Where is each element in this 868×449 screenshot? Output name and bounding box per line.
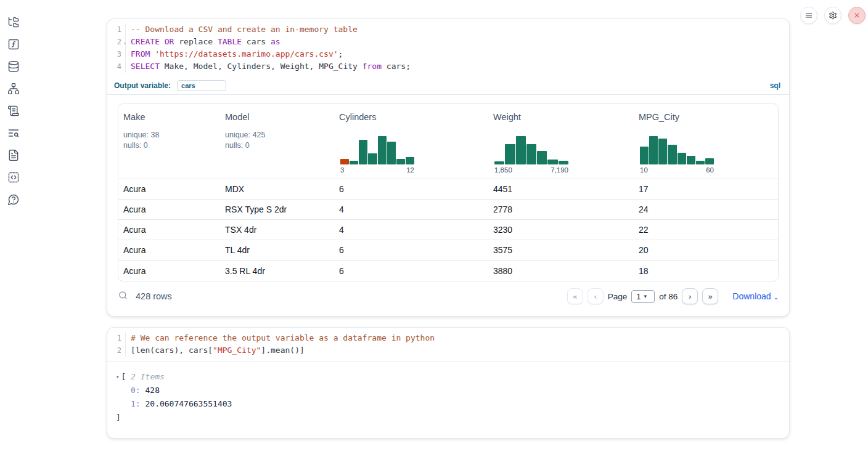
column-header-make[interactable]: Makeunique: 38nulls: 0 <box>118 104 220 179</box>
tree-collapse-icon[interactable]: ▾ <box>116 370 119 384</box>
column-name: Model <box>225 112 329 122</box>
line-number: 4 <box>107 60 126 73</box>
snippets-icon[interactable] <box>2 166 25 188</box>
histogram-bar <box>516 136 526 164</box>
column-histogram[interactable]: 312 <box>340 136 414 174</box>
histogram-bar <box>640 147 649 164</box>
table-cell: MDX <box>220 184 334 194</box>
histogram-bar <box>359 140 367 164</box>
histogram-bar <box>547 160 557 164</box>
download-button[interactable]: Download ⌄ <box>732 291 779 301</box>
page-select-value: 1 <box>636 292 641 301</box>
column-stats: unique: 38nulls: 0 <box>123 130 215 151</box>
tree-line: 1: 20.060747663551403 <box>116 397 789 411</box>
histogram-bar <box>396 159 405 164</box>
histogram-bar <box>668 145 676 164</box>
first-page-button[interactable]: « <box>567 288 583 304</box>
python-code-editor[interactable]: 1# We can reference the output variable … <box>107 328 789 362</box>
next-page-button[interactable]: › <box>682 288 698 304</box>
code-line[interactable]: 4SELECT Make, Model, Cylinders, Weight, … <box>107 60 789 73</box>
menu-button[interactable] <box>800 7 817 24</box>
line-number: 1 <box>107 332 126 344</box>
output-variable-input[interactable] <box>177 80 226 91</box>
code-text: [len(cars), cars["MPG_City"].mean()] <box>126 344 305 357</box>
language-badge[interactable]: sql <box>770 81 780 90</box>
column-header-model[interactable]: Modelunique: 425nulls: 0 <box>220 104 334 179</box>
output-variable-label: Output variable: <box>114 81 171 90</box>
column-header-mpg_city[interactable]: MPG_City1060 <box>634 104 778 179</box>
scratchpad-icon[interactable] <box>2 100 25 122</box>
logs-icon[interactable] <box>2 122 25 144</box>
column-header-cylinders[interactable]: Cylinders312 <box>334 104 488 179</box>
functions-icon[interactable] <box>2 33 25 55</box>
table-cell: 18 <box>634 266 778 276</box>
python-output-tree: ▾[ 2 Items0: 4281: 20.060747663551403] <box>107 362 789 424</box>
table-row[interactable]: AcuraTSX 4dr4323022 <box>118 220 778 240</box>
code-text: CREATE OR replace TABLE cars as <box>126 36 280 48</box>
table-row[interactable]: AcuraMDX6445117 <box>118 179 778 200</box>
histogram-max-label: 60 <box>706 166 714 174</box>
column-header-weight[interactable]: Weight1,8507,190 <box>488 104 634 179</box>
code-line[interactable]: 1# We can reference the output variable … <box>107 332 789 344</box>
table-cell: Acura <box>118 245 220 255</box>
sql-cell: 1-- Download a CSV and create an in-memo… <box>107 18 790 317</box>
code-line[interactable]: 1-- Download a CSV and create an in-memo… <box>107 23 789 36</box>
table-cell: Acura <box>118 225 220 235</box>
dependency-graph-icon[interactable] <box>2 78 25 100</box>
page-total: of 86 <box>659 292 678 301</box>
data-sources-icon[interactable] <box>2 55 25 78</box>
chevron-down-icon: ▾ <box>644 293 647 299</box>
sql-code-editor[interactable]: 1-- Download a CSV and create an in-memo… <box>107 19 789 76</box>
histogram-min-label: 1,850 <box>494 166 512 174</box>
column-name: MPG_City <box>639 112 773 122</box>
table-body: AcuraMDX6445117AcuraRSX Type S 2dr427782… <box>118 179 778 281</box>
column-stats: unique: 425nulls: 0 <box>225 130 329 151</box>
code-text: SELECT Make, Model, Cylinders, Weight, M… <box>126 60 411 73</box>
table-row[interactable]: Acura3.5 RL 4dr6388018 <box>118 261 778 281</box>
download-label: Download <box>732 291 771 301</box>
table-cell: 3880 <box>488 266 634 276</box>
shutdown-button[interactable] <box>848 7 866 24</box>
table-cell: RSX Type S 2dr <box>220 204 334 214</box>
tree-line: ] <box>116 411 789 424</box>
line-number: 2 <box>107 344 126 357</box>
code-text: FROM 'https://datasets.marimo.app/cars.c… <box>126 48 343 60</box>
code-line[interactable]: 2▾CREATE OR replace TABLE cars as <box>107 36 789 48</box>
search-icon[interactable] <box>118 290 128 303</box>
table-cell: TSX 4dr <box>220 225 334 235</box>
table-row[interactable]: AcuraTL 4dr6357520 <box>118 240 778 261</box>
help-icon[interactable] <box>2 188 25 211</box>
file-tree-icon[interactable] <box>2 11 25 33</box>
page-select[interactable]: 1 ▾ <box>631 290 655 303</box>
settings-button[interactable] <box>824 7 841 24</box>
column-name: Weight <box>493 112 629 122</box>
table-cell: 6 <box>334 184 488 194</box>
histogram-bar <box>537 151 547 164</box>
table-row[interactable]: AcuraRSX Type S 2dr4277824 <box>118 200 778 220</box>
table-cell: 2778 <box>488 204 634 214</box>
table-header-row: Makeunique: 38nulls: 0Modelunique: 425nu… <box>118 104 778 179</box>
python-cell: 1# We can reference the output variable … <box>107 327 790 439</box>
table-cell: 22 <box>634 225 778 235</box>
code-line[interactable]: 3FROM 'https://datasets.marimo.app/cars.… <box>107 48 789 60</box>
table-cell: 4451 <box>488 184 634 194</box>
page-label: Page <box>608 292 628 301</box>
last-page-button[interactable]: » <box>702 288 718 304</box>
histogram-min-label: 10 <box>640 166 648 174</box>
row-count: 428 rows <box>136 291 172 301</box>
histogram-bar <box>705 158 714 164</box>
column-name: Cylinders <box>339 112 483 122</box>
table-cell: 24 <box>634 204 778 214</box>
histogram-max-label: 7,190 <box>551 166 568 174</box>
histogram-bar <box>696 161 705 164</box>
histogram-bar <box>406 157 414 164</box>
column-histogram[interactable]: 1060 <box>640 136 714 174</box>
column-name: Make <box>123 112 215 122</box>
code-line[interactable]: 2[len(cars), cars["MPG_City"].mean()] <box>107 344 789 357</box>
histogram-bar <box>350 161 358 164</box>
documentation-icon[interactable] <box>2 144 25 166</box>
column-histogram[interactable]: 1,8507,190 <box>494 136 568 174</box>
prev-page-button[interactable]: ‹ <box>588 288 604 304</box>
histogram-bar <box>494 161 504 164</box>
code-text: -- Download a CSV and create an in-memor… <box>126 23 358 36</box>
